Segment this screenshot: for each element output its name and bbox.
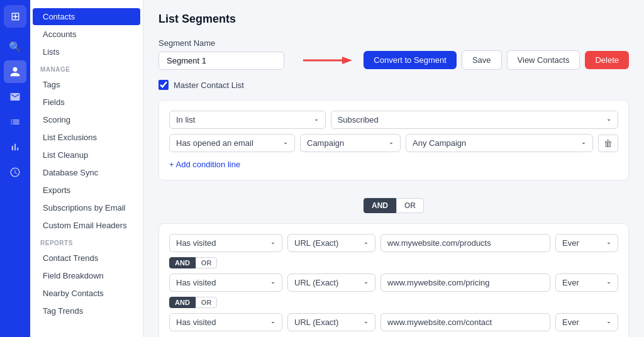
delete-condition-2-button[interactable]: 🗑 <box>598 135 618 152</box>
has-visited-2-select[interactable]: Has visited Has not visited <box>169 273 282 292</box>
condition-group-2: Has visited Has not visited URL (Exact) … <box>158 223 629 337</box>
master-list-row: Master Contact List <box>158 80 629 90</box>
main-content: List Segments Segment Name Convert to Se… <box>143 0 644 337</box>
sidebar-item-accounts[interactable]: Accounts <box>33 26 140 43</box>
inline-or-button-2[interactable]: OR <box>196 297 218 308</box>
url-exact-1-select[interactable]: URL (Exact) URL (Contains) <box>287 234 375 252</box>
segment-name-label: Segment Name <box>158 38 284 48</box>
condition-row-1: In list Not in list Subscribed Unsubscri… <box>169 111 618 129</box>
page-title: List Segments <box>158 13 629 26</box>
contacts-nav-icon[interactable] <box>4 60 26 83</box>
inline-and-button-2[interactable]: AND <box>169 297 196 308</box>
sidebar-item-database-sync[interactable]: Database Sync <box>33 164 140 181</box>
inline-and-button-1[interactable]: AND <box>169 257 196 268</box>
red-arrow-icon <box>303 53 353 68</box>
sidebar-item-tag-trends[interactable]: Tag Trends <box>33 302 140 319</box>
save-button[interactable]: Save <box>462 50 502 70</box>
convert-to-segment-button[interactable]: Convert to Segment <box>364 51 457 69</box>
logo-icon: ⊞ <box>4 5 26 28</box>
sidebar-item-contacts[interactable]: Contacts <box>33 8 140 25</box>
sidebar-item-field-breakdown[interactable]: Field Breakdown <box>33 267 140 284</box>
segment-header: Segment Name Convert to Segment Save Vie… <box>158 38 629 70</box>
campaign-select[interactable]: Campaign Any Campaign <box>300 134 401 152</box>
inline-or-button-1[interactable]: OR <box>196 257 218 268</box>
master-contact-list-label: Master Contact List <box>174 80 244 90</box>
reports-section-label: REPORTS <box>30 235 143 249</box>
in-list-select[interactable]: In list Not in list <box>169 111 326 129</box>
svg-marker-1 <box>342 57 352 64</box>
sidebar-item-list-cleanup[interactable]: List Cleanup <box>33 146 140 163</box>
segment-name-group: Segment Name <box>158 38 284 70</box>
ever-2-select[interactable]: Ever In the last <box>555 273 618 292</box>
group-and-button[interactable]: AND <box>364 198 396 213</box>
chart-nav-icon[interactable] <box>4 136 26 158</box>
sidebar-item-exports[interactable]: Exports <box>33 182 140 199</box>
clock-nav-icon[interactable] <box>4 161 26 184</box>
master-contact-list-checkbox[interactable] <box>158 80 169 90</box>
sidebar-item-tags[interactable]: Tags <box>33 76 140 93</box>
group-separator: AND OR <box>158 188 629 223</box>
url-exact-2-select[interactable]: URL (Exact) URL (Contains) <box>287 273 375 292</box>
url-exact-3-select[interactable]: URL (Exact) URL (Contains) <box>287 313 375 331</box>
lists-nav-icon[interactable] <box>4 111 26 133</box>
sidebar-item-scoring[interactable]: Scoring <box>33 111 140 128</box>
sidebar-item-subscriptions-by-email[interactable]: Subscriptions by Email <box>33 199 140 216</box>
icon-sidebar: ⊞ 🔍 <box>0 0 30 337</box>
manage-section-label: MANAGE <box>30 61 143 75</box>
sidebar-item-fields[interactable]: Fields <box>33 94 140 111</box>
search-icon[interactable]: 🔍 <box>4 35 26 58</box>
segment-name-input[interactable] <box>158 52 284 70</box>
any-campaign-select[interactable]: Any Campaign Specific Campaign <box>406 134 593 152</box>
has-opened-email-select[interactable]: Has opened an email Has clicked Has visi… <box>169 134 295 152</box>
sidebar-item-list-exclusions[interactable]: List Exclusions <box>33 129 140 146</box>
sidebar-item-nearby-contacts[interactable]: Nearby Contacts <box>33 285 140 302</box>
url-value-2-input[interactable] <box>380 273 550 292</box>
condition-row-4: Has visited Has not visited URL (Exact) … <box>169 273 618 292</box>
sidebar-item-custom-email-headers[interactable]: Custom Email Headers <box>33 217 140 234</box>
text-sidebar: Contacts Accounts Lists MANAGE Tags Fiel… <box>30 0 143 337</box>
ever-1-select[interactable]: Ever In the last <box>555 234 618 252</box>
condition-row-5: Has visited Has not visited URL (Exact) … <box>169 313 618 331</box>
condition-row-3: Has visited Has not visited URL (Exact) … <box>169 234 618 252</box>
has-visited-1-select[interactable]: Has visited Has not visited <box>169 234 282 252</box>
delete-button[interactable]: Delete <box>585 51 629 69</box>
group-or-button[interactable]: OR <box>396 198 424 213</box>
condition-row-2: Has opened an email Has clicked Has visi… <box>169 134 618 152</box>
subscribed-select[interactable]: Subscribed Unsubscribed Any <box>331 111 618 129</box>
ever-3-select[interactable]: Ever In the last <box>555 313 618 331</box>
view-contacts-button[interactable]: View Contacts <box>507 50 580 70</box>
inline-and-or-2: AND OR <box>169 297 618 308</box>
url-value-3-input[interactable] <box>380 313 550 331</box>
has-visited-3-select[interactable]: Has visited Has not visited <box>169 313 282 331</box>
email-nav-icon[interactable] <box>4 86 26 108</box>
header-actions: Convert to Segment Save View Contacts De… <box>303 50 629 70</box>
sidebar-item-lists[interactable]: Lists <box>33 43 140 60</box>
add-condition-line-1[interactable]: + Add condition line <box>169 160 240 169</box>
sidebar-item-contact-trends[interactable]: Contact Trends <box>33 250 140 267</box>
url-value-1-input[interactable] <box>380 234 550 252</box>
inline-and-or-1: AND OR <box>169 257 618 268</box>
condition-group-1: In list Not in list Subscribed Unsubscri… <box>158 100 629 180</box>
